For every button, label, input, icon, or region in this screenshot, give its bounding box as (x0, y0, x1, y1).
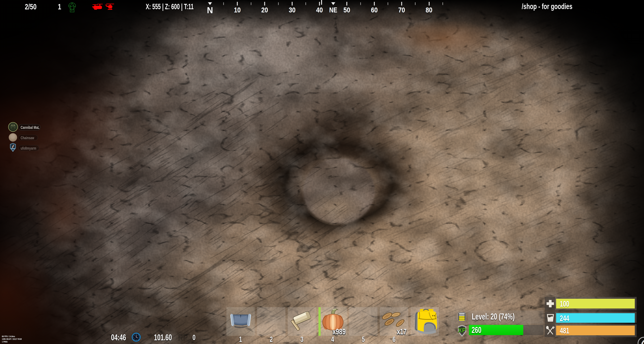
svg-text:50: 50 (344, 6, 350, 14)
svg-text:70: 70 (398, 6, 405, 14)
svg-text:20: 20 (261, 6, 268, 14)
svg-text:N: N (207, 5, 213, 15)
svg-text:XP: XP (458, 327, 466, 334)
svg-text:60: 60 (371, 6, 378, 14)
svg-text:30: 30 (289, 6, 296, 14)
svg-text:10: 10 (234, 6, 241, 14)
svg-text:80: 80 (426, 6, 432, 14)
svg-text:NE: NE (329, 6, 337, 14)
svg-text:40: 40 (316, 6, 323, 14)
